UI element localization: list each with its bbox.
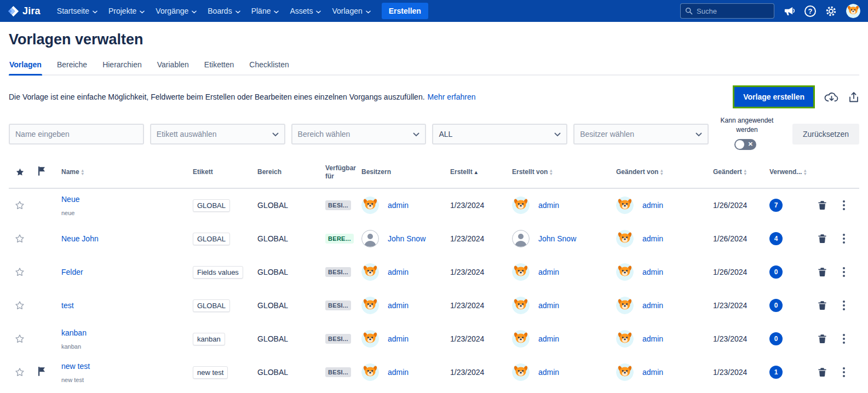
creator-link[interactable]: admin <box>538 334 559 343</box>
usage-count-badge[interactable]: 0 <box>769 299 783 312</box>
nav-item-projekte[interactable]: Projekte <box>103 0 150 22</box>
more-options-icon[interactable] <box>841 365 847 379</box>
name-filter-input[interactable] <box>9 124 144 145</box>
availability-lozenge: BESI... <box>325 334 351 344</box>
applicable-toggle[interactable]: ✕ <box>734 139 756 150</box>
more-options-icon[interactable] <box>841 198 847 212</box>
usage-count-badge[interactable]: 0 <box>769 265 783 279</box>
template-name-link[interactable]: Neue <box>61 195 79 204</box>
column-header-etikett[interactable]: Etikett <box>193 168 213 176</box>
help-icon[interactable]: ? <box>804 5 816 17</box>
star-icon[interactable] <box>14 200 25 211</box>
tab-vorlagen[interactable]: Vorlagen <box>9 57 42 74</box>
global-search[interactable] <box>680 3 774 19</box>
template-name-link[interactable]: test <box>61 301 74 310</box>
scope-filter-select[interactable]: Bereich wählen <box>291 124 427 145</box>
usage-count-badge[interactable]: 4 <box>769 232 783 245</box>
template-name-link[interactable]: Neue John <box>61 234 99 243</box>
star-icon[interactable] <box>14 233 25 244</box>
nav-item-vorlagen[interactable]: Vorlagen <box>326 0 376 22</box>
scope-value: GLOBAL <box>254 301 322 310</box>
nav-item-vorg-nge[interactable]: Vorgänge <box>150 0 202 22</box>
owner-link[interactable]: admin <box>388 301 409 310</box>
owner-link[interactable]: admin <box>388 368 409 377</box>
delete-icon[interactable] <box>818 234 827 244</box>
column-header-verwendet[interactable]: Verwend... <box>769 168 802 176</box>
owner-link[interactable]: admin <box>388 268 409 276</box>
star-filled-header-icon[interactable] <box>15 167 25 177</box>
modifier-avatar <box>616 330 634 348</box>
creator-link[interactable]: admin <box>538 301 559 310</box>
creator-link[interactable]: admin <box>538 368 559 377</box>
creator-link[interactable]: admin <box>538 268 559 276</box>
column-header-erstellt-von[interactable]: Erstellt von <box>512 168 548 176</box>
owner-link[interactable]: admin <box>388 334 409 343</box>
jira-logo[interactable]: Jira <box>8 5 41 17</box>
creator-link[interactable]: admin <box>538 201 559 210</box>
more-options-icon[interactable] <box>841 265 847 279</box>
template-name-link[interactable]: kanban <box>61 328 87 337</box>
delete-icon[interactable] <box>818 300 827 310</box>
column-header-name[interactable]: Name <box>61 168 79 176</box>
owner-link[interactable]: admin <box>388 201 409 210</box>
availability-lozenge: BESI... <box>325 367 351 377</box>
tab-checklisten[interactable]: Checklisten <box>249 57 289 74</box>
search-input[interactable] <box>697 7 769 15</box>
nav-item-pl-ne[interactable]: Pläne <box>246 0 285 22</box>
nav-item-assets[interactable]: Assets <box>284 0 326 22</box>
export-share-icon[interactable] <box>848 91 859 103</box>
more-options-icon[interactable] <box>841 332 847 346</box>
label-filter-select[interactable]: Etikett auswählen <box>150 124 285 145</box>
delete-icon[interactable] <box>818 334 827 344</box>
template-name-link[interactable]: new test <box>61 362 90 371</box>
star-icon[interactable] <box>14 367 25 378</box>
modifier-link[interactable]: admin <box>642 268 663 276</box>
delete-icon[interactable] <box>818 267 827 277</box>
column-header-geaendert-von[interactable]: Geändert von <box>616 168 658 176</box>
star-icon[interactable] <box>14 267 25 278</box>
more-options-icon[interactable] <box>841 298 847 313</box>
column-header-geaendert[interactable]: Geändert <box>713 168 742 176</box>
star-icon[interactable] <box>14 333 25 344</box>
column-header-besitzern[interactable]: Besitzern <box>361 168 391 176</box>
nav-item-startseite[interactable]: Startseite <box>51 0 103 22</box>
chevron-down-icon <box>140 7 145 15</box>
user-avatar[interactable] <box>846 4 860 18</box>
star-icon[interactable] <box>14 300 25 311</box>
create-template-button[interactable]: Vorlage erstellen <box>734 87 813 107</box>
tab-hierarchien[interactable]: Hierarchien <box>102 57 142 74</box>
owner-link[interactable]: John Snow <box>388 234 426 243</box>
type-filter-select[interactable]: ALL <box>432 124 567 145</box>
tab-variablen[interactable]: Variablen <box>157 57 189 74</box>
delete-icon[interactable] <box>818 200 827 210</box>
chevron-down-icon <box>366 7 371 15</box>
tab-etiketten[interactable]: Etiketten <box>204 57 234 74</box>
create-button[interactable]: Erstellen <box>382 3 428 19</box>
modifier-link[interactable]: admin <box>642 368 663 377</box>
usage-count-badge[interactable]: 7 <box>769 199 783 212</box>
more-options-icon[interactable] <box>841 232 847 246</box>
availability-lozenge: BERE... <box>325 234 354 244</box>
modifier-link[interactable]: admin <box>642 201 663 210</box>
creator-link[interactable]: John Snow <box>538 234 576 243</box>
modifier-link[interactable]: admin <box>642 234 663 243</box>
column-header-verfuegbar[interactable]: Verfügbar für <box>325 164 356 181</box>
column-header-erstellt[interactable]: Erstellt <box>450 168 473 176</box>
usage-count-badge[interactable]: 0 <box>769 332 783 345</box>
learn-more-link[interactable]: Mehr erfahren <box>428 93 476 101</box>
template-name-link[interactable]: Felder <box>61 268 83 276</box>
sort-icon <box>744 169 746 176</box>
modifier-link[interactable]: admin <box>642 334 663 343</box>
delete-icon[interactable] <box>818 367 827 377</box>
flag-header-icon[interactable] <box>38 166 45 178</box>
nav-item-boards[interactable]: Boards <box>202 0 245 22</box>
usage-count-badge[interactable]: 1 <box>769 366 783 379</box>
announcement-icon[interactable] <box>783 5 796 16</box>
owner-filter-select[interactable]: Besitzer wählen <box>573 124 709 145</box>
reset-filters-button[interactable]: Zurücksetzen <box>792 124 859 145</box>
settings-gear-icon[interactable] <box>825 5 837 18</box>
modifier-link[interactable]: admin <box>642 301 663 310</box>
column-header-bereich[interactable]: Bereich <box>257 168 281 176</box>
tab-bereiche[interactable]: Bereiche <box>56 57 88 74</box>
import-cloud-icon[interactable] <box>824 91 839 103</box>
